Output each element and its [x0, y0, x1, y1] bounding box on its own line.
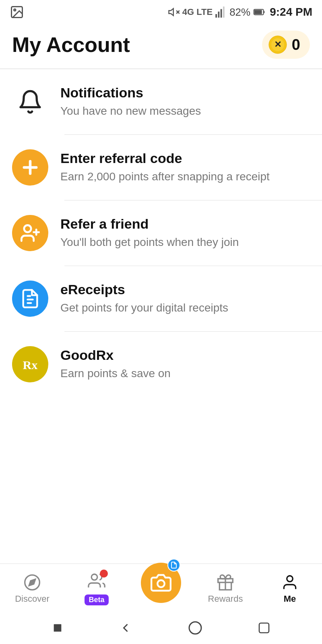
svg-rect-11 — [254, 10, 262, 14]
ereceipts-text: eReceipts Get points for your digital re… — [60, 282, 310, 316]
rx-icon: Rx — [16, 350, 44, 378]
bell-icon — [17, 89, 43, 115]
refer-friend-item[interactable]: Refer a friend You'll both get points wh… — [0, 200, 322, 266]
android-back-arrow[interactable] — [118, 621, 133, 635]
ereceipts-item[interactable]: eReceipts Get points for your digital re… — [0, 266, 322, 331]
beta-badge: Beta — [85, 594, 108, 605]
goodrx-title: GoodRx — [60, 347, 310, 363]
stop-icon — [52, 622, 63, 634]
social-notification-badge — [100, 570, 108, 578]
ereceipts-title: eReceipts — [60, 282, 310, 297]
svg-text:Rx: Rx — [23, 358, 37, 372]
referral-item[interactable]: Enter referral code Earn 2,000 points af… — [0, 135, 322, 200]
recents-icon — [258, 621, 270, 634]
svg-marker-2 — [169, 8, 173, 16]
svg-rect-5 — [215, 14, 217, 18]
mute-icon — [168, 6, 180, 18]
home-circle-icon — [188, 621, 202, 635]
status-left — [10, 5, 24, 19]
page-title: My Account — [12, 33, 130, 57]
bottom-nav: Discover Beta — [0, 564, 322, 612]
svg-marker-26 — [29, 579, 35, 586]
rewards-label: Rewards — [208, 594, 243, 604]
plus-icon-wrapper — [12, 149, 48, 186]
receipt-icon — [20, 288, 41, 309]
svg-point-27 — [91, 574, 97, 580]
referral-title: Enter referral code — [60, 151, 310, 166]
back-icon — [118, 621, 133, 635]
coin-icon: ✕ — [268, 35, 288, 55]
goodrx-text: GoodRx Earn points & save on — [60, 347, 310, 381]
referral-text: Enter referral code Earn 2,000 points af… — [60, 151, 310, 184]
coins-count: 0 — [292, 36, 300, 54]
svg-point-1 — [14, 9, 16, 11]
ereceipts-subtitle: Get points for your digital receipts — [60, 300, 310, 316]
status-bar: 4G LTE 82% 9:24 PM — [0, 0, 322, 23]
android-home[interactable] — [188, 621, 202, 635]
notifications-item[interactable]: Notifications You have no new messages — [0, 69, 322, 134]
svg-point-31 — [287, 576, 293, 582]
receipt-small-icon — [170, 561, 178, 569]
discover-label: Discover — [15, 594, 50, 604]
status-time: 9:24 PM — [270, 6, 312, 19]
nav-rewards[interactable]: Rewards — [193, 574, 258, 604]
rx-icon-wrapper: Rx — [12, 346, 48, 382]
signal-icon — [215, 6, 227, 18]
gift-icon — [217, 574, 234, 591]
camera-icon — [151, 572, 171, 593]
status-right: 4G LTE 82% 9:24 PM — [168, 6, 312, 19]
refer-friend-subtitle: You'll both get points when they join — [60, 234, 310, 250]
receipt-icon-wrapper — [12, 281, 48, 317]
me-label: Me — [284, 594, 296, 604]
nav-camera[interactable] — [129, 575, 193, 603]
ereceipts-camera-badge — [167, 559, 180, 572]
nav-discover[interactable]: Discover — [0, 574, 64, 604]
android-back[interactable] — [52, 622, 63, 634]
svg-rect-7 — [221, 9, 222, 18]
refer-friend-text: Refer a friend You'll both get points wh… — [60, 216, 310, 250]
person-add-icon-wrapper — [12, 215, 48, 251]
camera-button[interactable] — [141, 563, 181, 603]
battery-icon — [253, 6, 266, 19]
svg-point-17 — [24, 225, 31, 232]
image-icon — [10, 5, 24, 19]
compass-icon — [23, 574, 41, 591]
svg-text:✕: ✕ — [274, 39, 281, 50]
coins-badge[interactable]: ✕ 0 — [262, 31, 310, 59]
svg-rect-32 — [54, 624, 61, 632]
refer-friend-title: Refer a friend — [60, 216, 310, 232]
notifications-text: Notifications You have no new messages — [60, 85, 310, 119]
bell-icon-wrapper — [12, 84, 48, 120]
goodrx-item[interactable]: Rx GoodRx Earn points & save on — [0, 332, 322, 397]
svg-rect-6 — [218, 12, 220, 18]
svg-rect-34 — [259, 623, 269, 633]
android-nav — [0, 612, 322, 644]
battery-percent: 82% — [229, 6, 250, 19]
page-header: My Account ✕ 0 — [0, 23, 322, 68]
nav-social[interactable]: Beta — [64, 572, 129, 605]
svg-rect-8 — [223, 6, 225, 18]
svg-point-33 — [189, 622, 201, 634]
person-icon — [281, 574, 299, 591]
plus-icon — [20, 157, 41, 178]
svg-rect-10 — [264, 11, 265, 13]
goodrx-subtitle: Earn points & save on — [60, 365, 310, 381]
person-add-icon — [20, 223, 41, 244]
network-label: 4G LTE — [182, 7, 213, 17]
nav-me[interactable]: Me — [258, 574, 322, 604]
svg-point-28 — [157, 580, 164, 587]
android-recents[interactable] — [258, 621, 270, 634]
referral-subtitle: Earn 2,000 points after snapping a recei… — [60, 169, 310, 184]
notifications-title: Notifications — [60, 85, 310, 101]
notifications-subtitle: You have no new messages — [60, 103, 310, 119]
